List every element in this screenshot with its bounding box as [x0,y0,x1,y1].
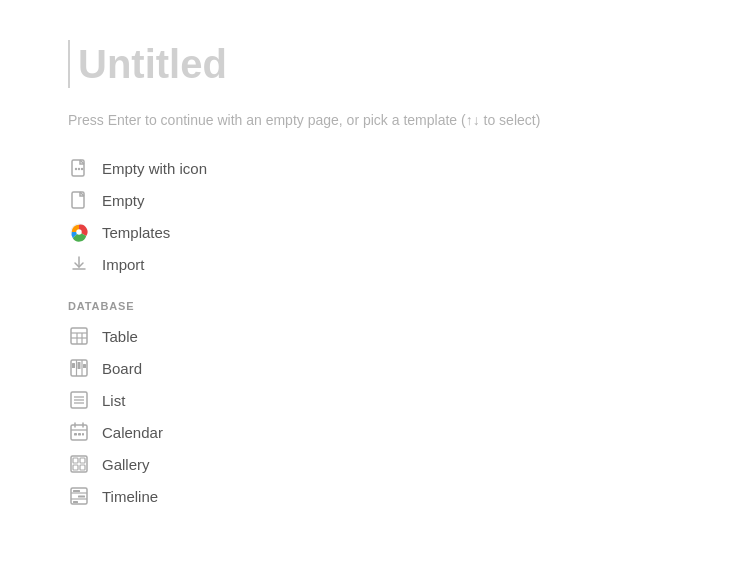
svg-rect-32 [73,465,78,470]
menu-item-calendar-label: Calendar [102,424,163,441]
svg-rect-38 [78,496,85,498]
svg-rect-15 [72,363,75,368]
menu-item-calendar[interactable]: Calendar [68,416,668,448]
svg-rect-27 [78,433,81,436]
board-icon [68,357,90,379]
menu-item-gallery[interactable]: Gallery [68,448,668,480]
import-icon [68,253,90,275]
svg-rect-22 [71,425,87,440]
menu-item-import[interactable]: Import [68,248,668,280]
main-menu-list: Empty with icon Empty [68,152,668,280]
svg-rect-26 [74,433,77,436]
database-section-label: DATABASE [68,300,668,312]
svg-point-3 [81,168,83,170]
svg-rect-30 [73,458,78,463]
svg-rect-33 [80,465,85,470]
database-menu-list: Table Board [68,320,668,512]
menu-item-empty-with-icon[interactable]: Empty with icon [68,152,668,184]
timeline-icon [68,485,90,507]
menu-item-table[interactable]: Table [68,320,668,352]
hint-text: Press Enter to continue with an empty pa… [68,112,668,128]
svg-rect-37 [73,490,80,492]
page-title[interactable]: Untitled [78,40,668,88]
database-section: DATABASE Table [68,300,668,512]
svg-rect-28 [82,433,84,436]
doc-icon [68,157,90,179]
menu-item-empty-with-icon-label: Empty with icon [102,160,207,177]
table-icon [68,325,90,347]
menu-item-list-label: List [102,392,125,409]
page-container: Untitled Press Enter to continue with an… [0,0,736,572]
title-area: Untitled [68,40,668,88]
svg-rect-7 [71,328,87,344]
menu-item-timeline-label: Timeline [102,488,158,505]
calendar-icon [68,421,90,443]
svg-rect-31 [80,458,85,463]
menu-item-import-label: Import [102,256,145,273]
menu-item-board[interactable]: Board [68,352,668,384]
menu-item-board-label: Board [102,360,142,377]
menu-item-list[interactable]: List [68,384,668,416]
svg-point-6 [76,229,81,234]
menu-item-gallery-label: Gallery [102,456,150,473]
notion-color-icon [68,221,90,243]
doc-plain-icon [68,189,90,211]
menu-item-timeline[interactable]: Timeline [68,480,668,512]
svg-rect-16 [78,362,81,369]
menu-item-empty-label: Empty [102,192,145,209]
menu-item-table-label: Table [102,328,138,345]
gallery-icon [68,453,90,475]
menu-item-templates-label: Templates [102,224,170,241]
menu-item-empty[interactable]: Empty [68,184,668,216]
menu-item-templates[interactable]: Templates [68,216,668,248]
svg-rect-17 [83,364,86,368]
list-icon [68,389,90,411]
svg-point-2 [78,168,80,170]
svg-point-1 [75,168,77,170]
svg-rect-39 [73,501,78,503]
